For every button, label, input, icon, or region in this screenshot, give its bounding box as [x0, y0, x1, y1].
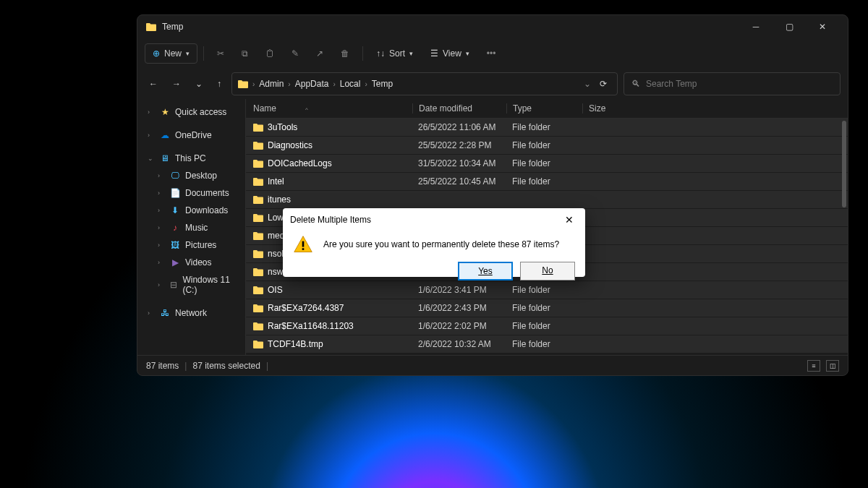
sidebar-item-music[interactable]: ›♪Music	[137, 219, 245, 236]
sidebar-item-videos[interactable]: ›▶Videos	[137, 254, 245, 271]
yes-label: Yes	[478, 266, 493, 276]
desktop-icon: 🖵	[169, 171, 181, 181]
sidebar-item-label: Desktop	[185, 171, 217, 181]
more-button[interactable]: •••	[480, 44, 503, 63]
scrollbar-vertical[interactable]	[842, 121, 846, 207]
file-date: 1/6/2022 2:43 PM	[412, 303, 506, 313]
new-button[interactable]: ⊕ New ▾	[145, 43, 197, 64]
nav-row: ← → ⌄ ↑ › Admin › AppData › Local › Temp…	[137, 69, 848, 99]
chevron-down-icon: ▾	[186, 50, 190, 57]
address-bar[interactable]: › Admin › AppData › Local › Temp ⌄ ⟳	[231, 72, 618, 95]
file-name: OIS	[268, 285, 283, 295]
sidebar-item-downloads[interactable]: ›⬇Downloads	[137, 202, 245, 219]
up-button[interactable]: ↑	[213, 74, 226, 93]
table-row[interactable]: Rar$EXa11648.112031/6/2022 2:02 PMFile f…	[246, 317, 848, 335]
column-type[interactable]: Type	[506, 103, 582, 114]
sidebar-item-label: This PC	[175, 153, 206, 163]
sidebar-item-network[interactable]: ›🖧︎Network	[137, 304, 245, 322]
folder-icon	[253, 213, 263, 222]
close-button[interactable]: ✕	[806, 15, 839, 38]
column-date[interactable]: Date modified	[412, 103, 506, 114]
sidebar-item-label: Downloads	[185, 205, 228, 215]
sidebar-item-label: OneDrive	[175, 130, 212, 140]
chevron-down-icon[interactable]: ⌄	[584, 79, 591, 89]
dialog-title: Delete Multiple Items	[290, 215, 561, 225]
copy-button[interactable]: ⧉	[234, 44, 255, 63]
yes-button[interactable]: Yes	[458, 262, 513, 281]
file-date: 1/6/2022 2:02 PM	[412, 321, 506, 331]
recent-button[interactable]: ⌄	[191, 74, 207, 93]
share-button[interactable]: ↗	[309, 44, 331, 63]
view-button[interactable]: ☰ View ▾	[423, 44, 477, 63]
download-icon: ⬇	[169, 205, 181, 215]
cut-button[interactable]: ✂	[210, 44, 231, 63]
search-input[interactable]	[646, 79, 833, 89]
table-row[interactable]: 3uTools26/5/2022 11:06 AMFile folder	[246, 119, 848, 137]
folder-icon	[253, 267, 263, 276]
breadcrumb[interactable]: AppData	[295, 79, 329, 89]
sidebar-item-label: Pictures	[185, 240, 216, 250]
file-type: File folder	[506, 339, 582, 349]
pictures-icon: 🖼︎	[169, 240, 181, 250]
chevron-down-icon: ▾	[466, 50, 469, 57]
file-date: 31/5/2022 10:34 AM	[412, 158, 506, 168]
sidebar-item-this-pc[interactable]: ⌄🖥︎This PC	[137, 150, 245, 167]
chevron-right-icon: ›	[148, 132, 155, 139]
sort-button[interactable]: ↑↓ Sort ▾	[369, 44, 420, 63]
chevron-right-icon: ›	[365, 80, 367, 88]
forward-button[interactable]: →	[168, 74, 185, 93]
folder-icon	[253, 286, 263, 294]
chevron-right-icon: ›	[158, 207, 165, 214]
file-explorer-window: Temp ─ ▢ ✕ ⊕ New ▾ ✂ ⧉ 📋︎ ✎ ↗ 🗑︎ ↑↓ Sort…	[137, 14, 848, 376]
dialog-close-button[interactable]: ✕	[561, 213, 578, 227]
table-row[interactable]: itunes	[246, 191, 848, 209]
search-box[interactable]: 🔍︎	[624, 72, 841, 95]
minimize-button[interactable]: ─	[739, 15, 773, 38]
status-bar: 87 items | 87 items selected | ≡ ◫	[137, 355, 848, 375]
file-name: Rar$EXa11648.11203	[268, 321, 354, 331]
chevron-right-icon: ›	[158, 259, 165, 266]
sidebar-item-drive-c[interactable]: ›⊟Windows 11 (C:)	[137, 271, 245, 299]
sidebar-item-label: Windows 11 (C:)	[182, 275, 238, 295]
table-row[interactable]: TCDF14B.tmp2/6/2022 10:32 AMFile folder	[246, 335, 848, 354]
details-view-button[interactable]: ≡	[807, 360, 820, 372]
view-label: View	[443, 48, 461, 59]
folder-icon	[253, 249, 263, 258]
music-icon: ♪	[169, 223, 181, 233]
paste-button[interactable]: 📋︎	[258, 44, 281, 63]
sidebar-item-desktop[interactable]: ›🖵Desktop	[137, 167, 245, 184]
file-name: Rar$EXa7264.4387	[268, 303, 344, 313]
breadcrumb[interactable]: Admin	[259, 79, 284, 89]
thumbnails-view-button[interactable]: ◫	[826, 360, 839, 372]
column-name[interactable]: Name^	[253, 103, 412, 114]
toolbar: ⊕ New ▾ ✂ ⧉ 📋︎ ✎ ↗ 🗑︎ ↑↓ Sort ▾ ☰ View ▾…	[137, 38, 848, 69]
status-selected: 87 items selected	[192, 361, 260, 371]
window-title: Temp	[162, 22, 183, 32]
delete-button[interactable]: 🗑︎	[333, 44, 357, 63]
no-button[interactable]: No	[520, 262, 575, 281]
refresh-button[interactable]: ⟳	[595, 74, 611, 93]
sidebar-item-onedrive[interactable]: ›☁OneDrive	[137, 127, 245, 144]
sidebar-item-documents[interactable]: ›📄Documents	[137, 184, 245, 202]
file-date: 2/6/2022 10:32 AM	[412, 339, 506, 349]
file-type: File folder	[506, 303, 582, 313]
rename-button[interactable]: ✎	[284, 44, 306, 63]
file-name: itunes	[268, 194, 291, 205]
breadcrumb[interactable]: Local	[340, 79, 361, 89]
file-name: TCDF14B.tmp	[268, 339, 323, 349]
table-row[interactable]: Rar$EXa7264.43871/6/2022 2:43 PMFile fol…	[246, 299, 848, 317]
file-name: DOICachedLogs	[268, 158, 332, 168]
sidebar-item-label: Videos	[185, 257, 211, 267]
table-row[interactable]: Intel25/5/2022 10:45 AMFile folder	[246, 173, 848, 191]
folder-icon	[146, 22, 156, 31]
column-size[interactable]: Size	[582, 103, 626, 114]
back-button[interactable]: ←	[145, 74, 162, 93]
sidebar-item-quick-access[interactable]: ›★Quick access	[137, 103, 245, 121]
breadcrumb[interactable]: Temp	[372, 79, 393, 89]
table-row[interactable]: Diagnostics25/5/2022 2:28 PMFile folder	[246, 137, 848, 155]
maximize-button[interactable]: ▢	[773, 15, 806, 38]
table-row[interactable]: DOICachedLogs31/5/2022 10:34 AMFile fold…	[246, 155, 848, 173]
star-icon: ★	[159, 107, 171, 117]
sidebar-item-pictures[interactable]: ›🖼︎Pictures	[137, 236, 245, 254]
sidebar: ›★Quick access ›☁OneDrive ⌄🖥︎This PC ›🖵D…	[137, 99, 246, 355]
